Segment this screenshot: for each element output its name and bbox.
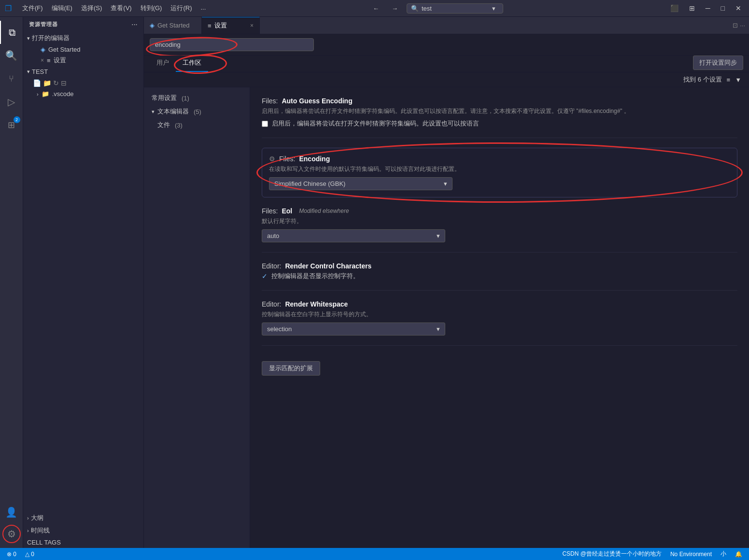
minimize-button[interactable]: ─ (703, 3, 713, 13)
nav-common[interactable]: 常用设置 (1) (144, 91, 250, 105)
test-folder-section[interactable]: ▾ TEST (23, 66, 143, 77)
files-eol-select[interactable]: auto ▾ (262, 229, 445, 242)
menu-select[interactable]: 选择(S) (77, 3, 106, 14)
activity-run[interactable]: ▷ (0, 90, 23, 113)
activity-extensions[interactable]: ⊞ 2 (0, 113, 23, 137)
files-eol-value: auto (267, 232, 279, 239)
activity-settings[interactable]: ⚙ (2, 525, 21, 543)
setting-title-bold: Auto Guess Encoding (282, 97, 352, 105)
nav-forward[interactable]: → (388, 4, 402, 13)
settings-tab-user[interactable]: 用户 (150, 56, 176, 72)
search-icon: 🔍 (5, 50, 17, 61)
auto-guess-checkbox[interactable] (262, 121, 268, 127)
statusbar-errors[interactable]: ⊗ 0 (5, 551, 18, 558)
open-editors-label: 打开的编辑器 (32, 34, 70, 42)
settings-tab-close[interactable]: × (250, 22, 254, 29)
nav-common-count: (1) (182, 95, 189, 102)
titlebar-search-box[interactable]: 🔍 ▾ (407, 3, 503, 14)
statusbar-warnings[interactable]: △ 0 (23, 551, 36, 558)
statusbar-environment[interactable]: No Environment (668, 551, 714, 558)
setting-render-bold: Render Control Characters (285, 262, 371, 270)
auto-guess-checkbox-row: 启用后，编辑器将尝试在打开文件时猜测字符集编码。此设置也可以按语言 (262, 119, 737, 128)
new-file-icon[interactable]: 📄 (33, 79, 41, 87)
open-editors-list: ◈ Get Started × ≡ 设置 (23, 44, 143, 66)
new-folder-icon[interactable]: 📁 (43, 79, 51, 87)
nav-back[interactable]: ← (369, 4, 383, 13)
setting-files-encoding-title: ⚙ Files: Encoding (269, 155, 730, 163)
settings-search-input[interactable] (150, 38, 314, 51)
sidebar-item-vscode[interactable]: › 📁 .vscode (23, 89, 143, 99)
nav-text-editor[interactable]: ▾ 文本编辑器 (5) (144, 105, 250, 118)
titlebar-search-input[interactable] (422, 5, 489, 12)
timeline-label: 时间线 (31, 526, 50, 535)
activity-search[interactable]: 🔍 (0, 44, 23, 67)
render-whitespace-value: selection (267, 325, 292, 333)
render-control-checkbox-row: ✓ 控制编辑器是否显示控制字符。 (262, 272, 737, 280)
nav-files[interactable]: 文件 (3) (144, 118, 250, 132)
statusbar-notification[interactable]: 🔔 (733, 551, 744, 558)
menu-run[interactable]: 运行(R) (167, 3, 196, 14)
setting-eol-bold: Eol (282, 207, 292, 215)
chevron-down-icon: ▾ (27, 69, 30, 75)
outline-label: 大纲 (31, 514, 43, 522)
activity-explorer[interactable]: ⧉ (0, 21, 23, 44)
account-icon: 👤 (5, 506, 17, 518)
tab-get-started[interactable]: ◈ Get Started (144, 17, 202, 34)
sidebar-item-get-started[interactable]: ◈ Get Started (27, 44, 143, 55)
settings-result-bar: 找到 6 个设置 ≡ ▼ (144, 72, 749, 87)
result-count: 找到 6 个设置 (683, 75, 721, 84)
statusbar-lang[interactable]: 小 (719, 550, 728, 558)
layout-toggle[interactable]: ⬛ (667, 3, 681, 13)
outline-section[interactable]: › 大纲 (23, 512, 143, 524)
filter-icon[interactable]: ≡ (727, 76, 731, 84)
close-button[interactable]: ✕ (733, 3, 744, 13)
setting-auto-guess-encoding-desc: 启用后，编辑器将尝试在打开文件时猜测字符集编码。此设置也可以按语言配置。请注意，… (262, 107, 737, 115)
menu-view[interactable]: 查看(V) (107, 3, 135, 14)
render-whitespace-select[interactable]: selection ▾ (262, 322, 445, 336)
menu-goto[interactable]: 转到(G) (137, 3, 166, 14)
settings-close-icon[interactable]: × (41, 57, 44, 64)
chevron-right-icon: › (27, 528, 29, 533)
cell-tags-label: CELL TAGS (27, 539, 61, 546)
statusbar-source[interactable]: CSDN @曾经走过烫烫一个小时的地方 (560, 550, 664, 558)
gear-icon[interactable]: ⚙ (269, 155, 275, 163)
sidebar-more-icon[interactable]: ··· (132, 22, 138, 28)
setting-whitespace-prefix: Editor: (262, 300, 281, 308)
menu-more[interactable]: ... (197, 3, 210, 14)
files-encoding-select[interactable]: Simplified Chinese (GBK) ▾ (269, 177, 452, 190)
settings-layout: 常用设置 (1) ▾ 文本编辑器 (5) 文件 (3) Fil (144, 87, 749, 548)
titlebar-menu: 文件(F) 编辑(E) 选择(S) 查看(V) 转到(G) 运行(R) ... (18, 3, 210, 14)
extensions-badge: 2 (14, 116, 20, 123)
menu-file[interactable]: 文件(F) (18, 3, 47, 14)
sidebar-item-settings[interactable]: × ≡ 设置 (27, 55, 143, 66)
tab-actions: ⊡ ··· (729, 17, 749, 34)
tab-settings[interactable]: ≡ 设置 × (202, 17, 260, 34)
open-editors-section[interactable]: ▾ 打开的编辑器 (23, 32, 143, 44)
activity-account[interactable]: 👤 (0, 501, 23, 524)
activity-source-control[interactable]: ⑂ (0, 67, 23, 90)
sync-settings-button[interactable]: 打开设置同步 (693, 56, 743, 70)
titlebar: ❐ 文件(F) 编辑(E) 选择(S) 查看(V) 转到(G) 运行(R) ..… (0, 0, 749, 17)
vscode-folder-label: .vscode (52, 90, 74, 98)
settings-search-bar (144, 34, 749, 56)
timeline-section[interactable]: › 时间线 (23, 524, 143, 537)
sort-icon[interactable]: ▼ (735, 76, 741, 84)
files-encoding-value: Simplified Chinese (GBK) (274, 180, 345, 187)
maximize-button[interactable]: □ (718, 3, 728, 13)
collapse-icon[interactable]: ⊟ (61, 79, 67, 87)
search-wrapper (150, 38, 743, 51)
split-editor[interactable]: ⊞ (686, 3, 698, 13)
settings-tab-workspace[interactable]: 工作区 (176, 56, 208, 72)
split-editor-icon[interactable]: ⊡ (733, 22, 738, 29)
folder-icon: 📁 (42, 90, 49, 98)
refresh-icon[interactable]: ↻ (53, 79, 59, 87)
render-control-label: 控制编辑器是否显示控制字符。 (271, 272, 359, 280)
setting-title-bold: Encoding (299, 155, 330, 163)
cell-tags-section[interactable]: CELL TAGS (23, 537, 143, 548)
search-dropdown-icon[interactable]: ▾ (492, 5, 495, 12)
menu-edit[interactable]: 编辑(E) (48, 3, 76, 14)
chevron-right-icon: › (37, 91, 39, 97)
more-tabs-icon[interactable]: ··· (740, 22, 745, 29)
settings-scope-tabs: 用户 工作区 打开设置同步 (144, 56, 749, 72)
show-ext-button[interactable]: 显示匹配的扩展 (262, 361, 320, 376)
